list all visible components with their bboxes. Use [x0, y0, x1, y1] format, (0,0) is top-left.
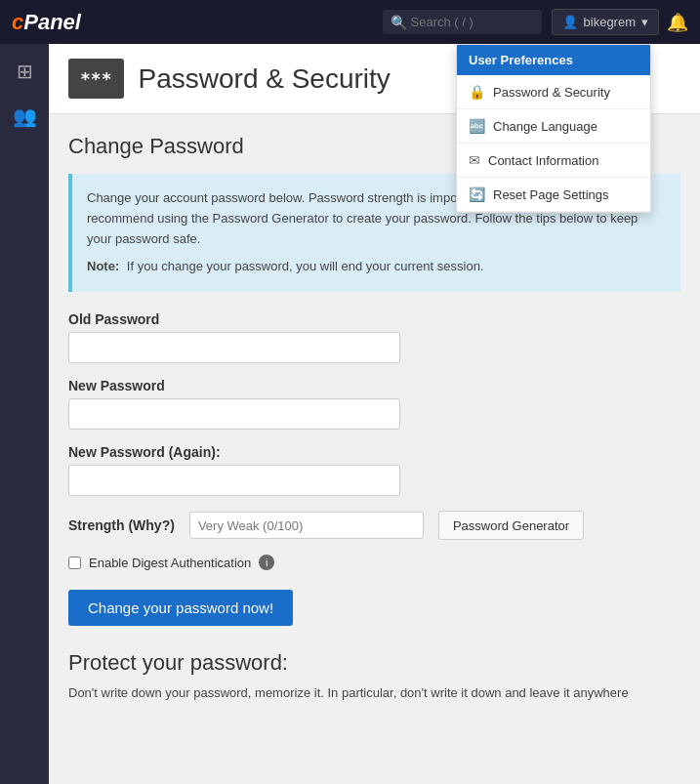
dropdown-header: User Preferences: [457, 45, 650, 75]
sidebar: ⊞ 👥: [0, 44, 49, 784]
old-password-group: Old Password: [68, 311, 680, 363]
dropdown-item-contact[interactable]: ✉ Contact Information: [457, 144, 650, 178]
header: cPanel 🔍 👤 bikegrem ▾ 🔔 User Preferences…: [0, 0, 700, 44]
new-password-again-group: New Password (Again):: [68, 444, 680, 496]
new-password-again-input[interactable]: [68, 465, 400, 496]
old-password-label: Old Password: [68, 311, 680, 327]
note-text: If you change your password, you will en…: [127, 259, 484, 273]
user-menu-button[interactable]: 👤 bikegrem ▾: [552, 9, 659, 35]
search-input[interactable]: [407, 10, 534, 34]
dropdown-item-password-label: Password & Security: [493, 85, 610, 100]
dropdown-item-contact-label: Contact Information: [488, 153, 598, 168]
sidebar-icon-users[interactable]: 👥: [7, 99, 42, 134]
strength-row: Strength (Why?) Very Weak (0/100) Passwo…: [68, 511, 680, 540]
dropdown-item-reset[interactable]: 🔄 Reset Page Settings: [457, 178, 650, 212]
protect-text: Don't write down your password, memorize…: [68, 683, 680, 704]
dropdown-item-language-label: Change Language: [493, 119, 597, 134]
language-icon: 🔤: [469, 118, 485, 134]
password-generator-button[interactable]: Password Generator: [438, 511, 584, 540]
dropdown-item-language[interactable]: 🔤 Change Language: [457, 109, 650, 144]
notifications-bell-button[interactable]: 🔔: [667, 12, 688, 33]
old-password-input[interactable]: [68, 332, 400, 363]
strength-label: Strength (Why?): [68, 517, 175, 533]
dropdown-item-reset-label: Reset Page Settings: [493, 187, 609, 202]
search-icon: 🔍: [391, 15, 407, 30]
lock-icon: 🔒: [469, 84, 485, 100]
cpanel-logo: cPanel: [12, 10, 81, 35]
new-password-again-label: New Password (Again):: [68, 444, 680, 460]
page-title: Password & Security: [139, 63, 391, 95]
dropdown-item-password[interactable]: 🔒 Password & Security: [457, 75, 650, 109]
sidebar-icon-grid[interactable]: ⊞: [7, 54, 42, 89]
chevron-down-icon: ▾: [641, 15, 648, 29]
username-label: bikegrem: [584, 15, 636, 29]
digest-auth-checkbox[interactable]: [68, 557, 81, 569]
search-wrap: 🔍: [383, 10, 542, 34]
strength-value: Very Weak (0/100): [198, 518, 303, 533]
digest-auth-row: Enable Digest Authentication i: [68, 555, 680, 570]
page-icon: ***: [68, 59, 124, 99]
user-icon: 👤: [562, 15, 578, 29]
digest-auth-info-icon[interactable]: i: [259, 555, 274, 570]
bell-icon: 🔔: [667, 13, 688, 32]
change-password-button[interactable]: Change your password now!: [68, 590, 293, 626]
note-label: Note:: [87, 259, 119, 273]
new-password-label: New Password: [68, 378, 680, 393]
strength-bar: Very Weak (0/100): [189, 512, 424, 539]
digest-auth-label: Enable Digest Authentication: [89, 556, 251, 570]
user-preferences-dropdown: User Preferences 🔒 Password & Security 🔤…: [456, 44, 651, 213]
new-password-input[interactable]: [68, 398, 400, 430]
refresh-icon: 🔄: [469, 186, 485, 202]
envelope-icon: ✉: [469, 152, 480, 168]
new-password-group: New Password: [68, 378, 680, 430]
protect-title: Protect your password:: [68, 650, 680, 676]
